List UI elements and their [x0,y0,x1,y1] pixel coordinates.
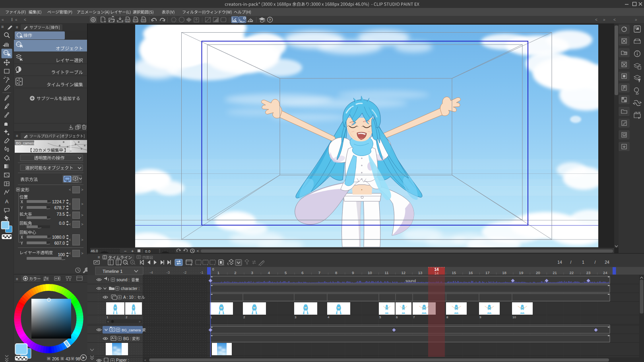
svg-text:A: A [5,199,9,204]
svg-text:14: 14 [557,260,562,265]
svg-text:sound: sound [405,278,416,283]
svg-text:≡: ≡ [16,277,18,281]
svg-text:11: 11 [385,271,389,275]
svg-text:1: 1 [217,271,219,275]
svg-text:‖: ‖ [11,18,13,22]
svg-text:character :: character : [121,286,140,291]
svg-text:A : 10 :: A : 10 : [123,295,136,300]
svg-text:3: 3 [251,271,253,275]
svg-text:≡: ≡ [1,24,4,29]
svg-text:24: 24 [605,260,609,265]
svg-text:12: 12 [402,271,406,275]
svg-text:13: 13 [418,271,423,275]
svg-text:Timeline 1: Timeline 1 [103,269,122,274]
svg-text:22: 22 [570,271,574,275]
svg-text:»: » [635,18,637,22]
svg-text:21: 21 [553,271,557,275]
svg-text:≡: ≡ [16,134,18,138]
svg-text:2: 2 [234,271,236,275]
svg-text:BG :: BG : [123,337,131,341]
svg-text:4: 4 [268,271,270,275]
svg-text:607.0: 607.0 [54,241,65,245]
svg-text:−: − [124,249,126,253]
svg-text:73.5: 73.5 [57,212,65,216]
svg-text:2: 2 [243,315,245,319]
svg-text:/: / [595,260,596,265]
svg-text:2: 2 [126,315,128,319]
svg-text:17: 17 [485,271,490,275]
svg-text:>: > [81,251,83,255]
svg-text:H: H [48,357,50,360]
svg-text:9: 9 [352,271,354,275]
svg-text:9: 9 [479,315,481,319]
svg-text:V: V [72,357,74,360]
svg-text:10: 10 [368,271,372,275]
svg-text:BG_camera: BG_camera [16,141,35,145]
svg-text:<: < [69,188,71,192]
svg-text:24: 24 [603,271,607,275]
svg-text:<: < [69,213,71,217]
svg-text:678.7: 678.7 [54,205,65,210]
svg-text:-1: -1 [200,270,203,274]
svg-text:BG_camera :: BG_camera : [122,328,143,332]
svg-text:0.0: 0.0 [59,221,65,226]
svg-text:20: 20 [536,271,540,275]
svg-text:8: 8 [335,271,337,275]
svg-text:sound :: sound : [116,278,130,282]
svg-text:46.0: 46.0 [91,249,98,253]
svg-text:>: > [81,213,83,217]
svg-text:4: 4 [328,315,330,319]
svg-text:<: < [107,320,109,323]
svg-text:?: ? [269,18,271,22]
svg-text:<: < [24,18,26,22]
svg-text:<: < [69,202,71,206]
svg-text:3: 3 [295,315,297,319]
svg-text:14: 14 [435,271,439,275]
svg-text:15: 15 [452,271,456,275]
svg-text:≡: ≡ [98,255,100,259]
svg-text:>: > [81,188,83,192]
svg-text:jpg: jpg [126,19,129,22]
svg-text:6: 6 [301,271,303,275]
svg-text:»: » [603,18,605,22]
svg-text:43: 43 [66,356,70,361]
svg-text:≡: ≡ [16,25,18,29]
svg-text:16: 16 [469,271,473,275]
svg-text:1: 1 [107,315,109,319]
svg-text:S: S [61,357,63,360]
svg-text:<: < [69,251,71,255]
svg-text:1: 1 [582,260,584,265]
svg-text:-4: -4 [149,270,153,274]
svg-text:0: 0 [212,267,214,271]
svg-text:-3: -3 [167,270,170,274]
svg-text:/: / [570,260,572,265]
svg-text:0.0: 0.0 [145,249,150,253]
svg-text:<: < [69,238,71,242]
svg-text:10: 10 [512,315,516,319]
svg-text:98: 98 [76,356,80,361]
svg-text:<: < [595,18,597,22]
svg-text:18: 18 [502,271,506,275]
svg-text:>: > [81,202,83,206]
svg-text:-2: -2 [183,270,186,274]
svg-text:«: « [15,18,17,22]
svg-text:19: 19 [519,271,524,275]
svg-text:5: 5 [285,271,287,275]
svg-text:png: png [134,19,138,22]
svg-text:<: < [69,222,71,226]
svg-text:7: 7 [413,315,415,319]
svg-text:1224.7: 1224.7 [52,199,65,204]
svg-text:+: + [131,249,134,253]
svg-text:<: < [144,358,146,362]
svg-text:5: 5 [379,315,381,319]
svg-text:100: 100 [58,252,65,257]
svg-text:8: 8 [446,315,448,319]
svg-text:7: 7 [318,271,320,275]
svg-text:>: > [81,222,83,226]
svg-text:6: 6 [396,315,398,319]
svg-text:23: 23 [586,271,591,275]
svg-text:206: 206 [52,356,59,361]
svg-text:1080.0: 1080.0 [52,235,65,239]
svg-text:Paper :: Paper : [116,358,129,362]
svg-text:<: < [197,249,199,253]
